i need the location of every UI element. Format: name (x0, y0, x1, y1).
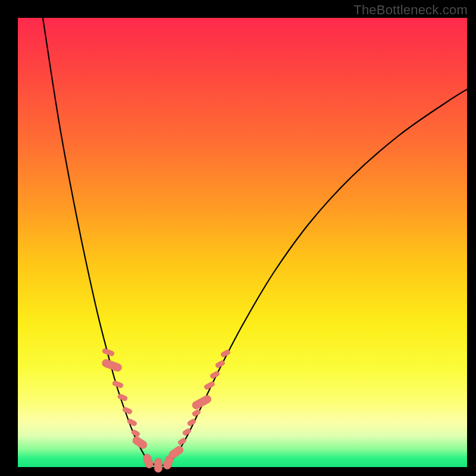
data-marker (117, 393, 128, 401)
plot-area (18, 18, 467, 467)
data-marker (142, 453, 154, 469)
data-marker (191, 394, 212, 410)
curve-svg (18, 18, 467, 467)
data-marker (127, 418, 137, 427)
watermark-text: TheBottleneck.com (353, 2, 468, 18)
data-marker (112, 380, 124, 389)
chart-frame: TheBottleneck.com (0, 0, 476, 476)
data-marker (122, 406, 133, 415)
data-marker (155, 458, 162, 472)
bottleneck-curve (43, 18, 467, 466)
data-markers (101, 348, 231, 472)
